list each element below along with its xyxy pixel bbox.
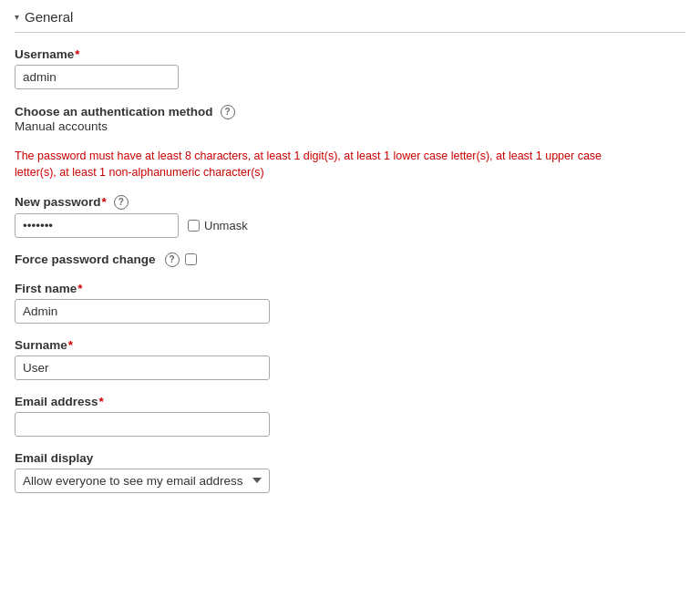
- auth-method-label: Choose an authentication method: [15, 105, 213, 119]
- force-password-row: Force password change ?: [15, 252, 685, 267]
- email-display-label: Email display: [15, 451, 685, 465]
- surname-label: Surname*: [15, 338, 685, 352]
- new-password-help-icon[interactable]: ?: [114, 195, 129, 210]
- unmask-label: Unmask: [204, 219, 248, 232]
- auth-method-label-row: Choose an authentication method ?: [15, 105, 235, 119]
- chevron-icon: ▾: [15, 12, 19, 22]
- first-name-group: First name*: [15, 282, 685, 324]
- force-password-help-icon[interactable]: ?: [165, 252, 180, 267]
- first-name-label: First name*: [15, 282, 685, 295]
- new-password-group: New password* ? Unmask: [15, 194, 685, 238]
- email-address-input[interactable]: [15, 412, 270, 437]
- username-group: Username*: [15, 47, 685, 89]
- email-address-label: Email address*: [15, 395, 685, 408]
- password-row: Unmask: [15, 213, 685, 238]
- new-password-input[interactable]: [15, 213, 179, 238]
- email-display-group: Email display Allow everyone to see my e…: [15, 451, 685, 493]
- username-required: *: [75, 47, 79, 61]
- unmask-row: Unmask: [188, 219, 248, 232]
- first-name-input[interactable]: [15, 299, 270, 324]
- surname-input[interactable]: [15, 356, 270, 380]
- email-address-group: Email address*: [15, 395, 685, 437]
- unmask-checkbox[interactable]: [188, 220, 200, 232]
- auth-method-group: Choose an authentication method ? Manual…: [15, 104, 685, 133]
- email-display-select[interactable]: Allow everyone to see my email addressAl…: [15, 469, 270, 493]
- force-password-label: Force password change: [15, 252, 156, 266]
- new-password-label: New password*: [15, 195, 107, 209]
- section-title: General: [25, 9, 73, 25]
- auth-method-help-icon[interactable]: ?: [221, 105, 235, 119]
- username-label: Username*: [15, 47, 685, 61]
- force-password-group: Force password change ?: [15, 252, 685, 267]
- new-password-required: *: [102, 195, 107, 209]
- page-container: ▾ General Username* Choose an authentica…: [0, 0, 700, 535]
- first-name-required: *: [77, 282, 82, 295]
- auth-method-value: Manual accounts: [15, 119, 685, 133]
- surname-group: Surname*: [15, 338, 685, 380]
- email-required: *: [99, 395, 104, 408]
- force-password-checkbox[interactable]: [185, 253, 197, 265]
- surname-required: *: [68, 338, 73, 352]
- password-hint: The password must have at least 8 charac…: [15, 148, 634, 182]
- new-password-label-row: New password* ?: [15, 195, 129, 210]
- section-header[interactable]: ▾ General: [15, 9, 685, 33]
- username-input[interactable]: [15, 65, 179, 89]
